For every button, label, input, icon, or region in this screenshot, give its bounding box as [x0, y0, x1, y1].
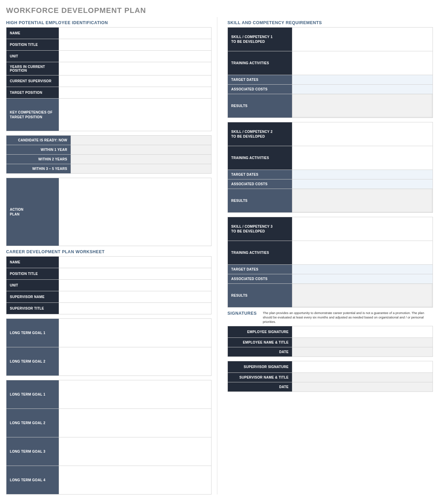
column-right: SKILL AND COMPETENCY REQUIREMENTS SKILL … [227, 17, 433, 494]
action-plan-table: ACTIONPLAN [6, 178, 212, 246]
input-costs1[interactable] [292, 85, 433, 94]
input-emp-name[interactable] [292, 338, 433, 347]
label-ready-2yr: WITHIN 2 YEARS [6, 155, 71, 164]
signatures-note: The plan provides an opportunity to demo… [263, 311, 433, 324]
label-dates1: TARGET DATES [228, 75, 292, 85]
input-costs3[interactable] [292, 274, 433, 284]
input-emp-sig[interactable] [292, 326, 433, 338]
input-name[interactable] [59, 28, 212, 39]
input-sup-name[interactable] [292, 373, 433, 382]
label-supervisor: CURRENT SUPERVISOR [6, 75, 59, 87]
label-goal-b-4: LONG TERM GOAL 4 [6, 466, 59, 494]
label-goal-b-3: LONG TERM GOAL 3 [6, 437, 59, 466]
input-training2[interactable] [292, 146, 433, 170]
label-training1: TRAINING ACTIVITIES [228, 51, 292, 75]
section-career-dev-title: CAREER DEVELOPMENT PLAN WORKSHEET [6, 249, 212, 254]
input-results2[interactable] [292, 189, 433, 213]
section-skills-title: SKILL AND COMPETENCY REQUIREMENTS [227, 20, 433, 25]
label-sup-sig: SUPERVISOR SIGNATURE [228, 361, 292, 373]
input-goal-b-3[interactable] [59, 437, 212, 466]
label-dates3: TARGET DATES [228, 265, 292, 274]
column-left: HIGH POTENTIAL EMPLOYEE IDENTIFICATION N… [6, 17, 217, 494]
label-sup-date: DATE [228, 382, 292, 392]
label-cd-position: POSITION TITLE [6, 268, 59, 280]
input-goal-a-1[interactable] [59, 319, 212, 347]
input-cd-supname[interactable] [59, 291, 212, 303]
label-emp-sig: EMPLOYEE SIGNATURE [228, 326, 292, 338]
label-training3: TRAINING ACTIVITIES [228, 241, 292, 265]
input-dates1[interactable] [292, 75, 433, 85]
label-position-title: POSITION TITLE [6, 39, 59, 51]
label-years: YEARS IN CURRENT POSITION [6, 62, 59, 75]
label-skill3: SKILL / COMPETENCY 3TO BE DEVELOPED [228, 217, 292, 241]
input-costs2[interactable] [292, 179, 433, 189]
input-training3[interactable] [292, 241, 433, 265]
label-goal-b-2: LONG TERM GOAL 2 [6, 409, 59, 437]
input-training1[interactable] [292, 51, 433, 75]
input-results1[interactable] [292, 94, 433, 118]
label-dates2: TARGET DATES [228, 170, 292, 179]
input-ready-3-5yr[interactable] [71, 164, 212, 174]
input-goal-b-2[interactable] [59, 409, 212, 437]
input-cd-unit[interactable] [59, 280, 212, 291]
label-name: NAME [6, 28, 59, 39]
input-unit[interactable] [59, 51, 212, 62]
goals-b-table: LONG TERM GOAL 1 LONG TERM GOAL 2 LONG T… [6, 380, 212, 494]
input-cd-name[interactable] [59, 257, 212, 268]
label-training2: TRAINING ACTIVITIES [228, 146, 292, 170]
input-skill2[interactable] [292, 122, 433, 146]
skill-block-1: SKILL / COMPETENCY 1TO BE DEVELOPED TRAI… [227, 27, 433, 118]
label-cd-supname: SUPERVISOR NAME [6, 291, 59, 303]
label-action-plan: ACTIONPLAN [6, 178, 59, 246]
input-position-title[interactable] [59, 39, 212, 51]
input-supervisor[interactable] [59, 75, 212, 87]
layout-columns: HIGH POTENTIAL EMPLOYEE IDENTIFICATION N… [6, 17, 433, 494]
label-emp-name: EMPLOYEE NAME & TITLE [228, 338, 292, 347]
label-sup-name: SUPERVISOR NAME & TITLE [228, 373, 292, 382]
employee-id-table: NAME POSITION TITLE UNIT YEARS IN CURREN… [6, 27, 212, 131]
section-signatures-title: SIGNATURES [227, 311, 257, 316]
readiness-table: CANDIDATE IS READY: NOW WITHIN 1 YEAR WI… [6, 135, 212, 174]
label-unit: UNIT [6, 51, 59, 62]
label-cd-unit: UNIT [6, 280, 59, 291]
section-high-potential-title: HIGH POTENTIAL EMPLOYEE IDENTIFICATION [6, 20, 212, 25]
input-goal-a-2[interactable] [59, 347, 212, 376]
label-ready-1yr: WITHIN 1 YEAR [6, 145, 71, 155]
input-sup-sig[interactable] [292, 361, 433, 373]
input-ready-now[interactable] [71, 136, 212, 145]
label-skill1: SKILL / COMPETENCY 1TO BE DEVELOPED [228, 28, 292, 51]
label-costs3: ASSOCIATED COSTS [228, 274, 292, 284]
input-goal-b-4[interactable] [59, 466, 212, 494]
input-emp-date[interactable] [292, 347, 433, 357]
label-results3: RESULTS [228, 284, 292, 308]
label-costs1: ASSOCIATED COSTS [228, 85, 292, 94]
input-cd-position[interactable] [59, 268, 212, 280]
label-goal-a-1: LONG TERM GOAL 1 [6, 319, 59, 347]
input-skill3[interactable] [292, 217, 433, 241]
label-target-position: TARGET POSITION [6, 87, 59, 99]
label-costs2: ASSOCIATED COSTS [228, 179, 292, 189]
input-cd-suptitle[interactable] [59, 303, 212, 314]
goals-a-table: LONG TERM GOAL 1 LONG TERM GOAL 2 [6, 318, 212, 376]
input-skill1[interactable] [292, 28, 433, 51]
input-ready-1yr[interactable] [71, 145, 212, 155]
input-years[interactable] [59, 62, 212, 75]
input-sup-date[interactable] [292, 382, 433, 392]
input-dates3[interactable] [292, 265, 433, 274]
skill-block-3: SKILL / COMPETENCY 3TO BE DEVELOPED TRAI… [227, 217, 433, 308]
label-ready-3-5yr: WITHIN 3 – 5 YEARS [6, 164, 71, 174]
input-key-competencies[interactable] [59, 99, 212, 131]
label-results2: RESULTS [228, 189, 292, 213]
label-skill2: SKILL / COMPETENCY 2TO BE DEVELOPED [228, 122, 292, 146]
input-target-position[interactable] [59, 87, 212, 99]
label-ready-now: CANDIDATE IS READY: NOW [6, 136, 71, 145]
input-goal-b-1[interactable] [59, 380, 212, 409]
input-dates2[interactable] [292, 170, 433, 179]
label-goal-a-2: LONG TERM GOAL 2 [6, 347, 59, 376]
label-cd-suptitle: SUPERVISOR TITLE [6, 303, 59, 314]
label-key-competencies: KEY COMPETENCIES OFTARGET POSITION [6, 99, 59, 131]
input-ready-2yr[interactable] [71, 155, 212, 164]
career-dev-table: NAME POSITION TITLE UNIT SUPERVISOR NAME… [6, 256, 212, 314]
input-results3[interactable] [292, 284, 433, 308]
input-action-plan[interactable] [59, 178, 212, 246]
